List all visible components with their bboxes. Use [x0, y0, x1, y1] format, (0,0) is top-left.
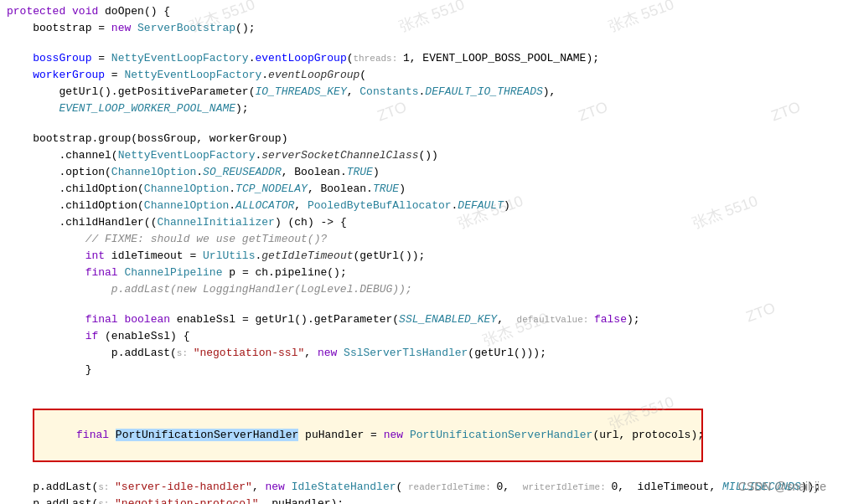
- code-line-3: bossGroup = NettyEventLoopFactory.eventL…: [7, 50, 836, 67]
- code-line-19: p.addLast(s: "negotiation-ssl", new SslS…: [7, 345, 836, 362]
- code-line-8: .channel(NettyEventLoopFactory.serverSoc…: [7, 147, 836, 164]
- code-line-9: .option(ChannelOption.SO_REUSEADDR, Bool…: [7, 164, 836, 181]
- code-container: 张杰 5510 张杰 5510 张杰 5510 ZTO ZTO ZTO 张杰 5…: [0, 0, 843, 504]
- code-line-15: final ChannelPipeline p = ch.pipeline();: [7, 265, 836, 281]
- code-line-21: final PortUnificationServerHandler puHan…: [7, 392, 836, 479]
- code-line-13: // FIXME: should we use getTimeout()?: [7, 231, 836, 248]
- code-line-10: .childOption(ChannelOption.TCP_NODELAY, …: [7, 181, 836, 198]
- code-line-6: EVENT_LOOP_WORKER_POOL_NAME);: [7, 100, 836, 117]
- csdn-badge: CSDN @snail-jie: [738, 478, 826, 496]
- code-line-1: protected void doOpen() {: [7, 3, 836, 20]
- code-line-14: int idleTimeout = UrlUtils.getIdleTimeou…: [7, 248, 836, 265]
- code-line-5: getUrl().getPositiveParameter(IO_THREADS…: [7, 84, 836, 100]
- code-line-12: .childHandler((ChannelInitializer) (ch) …: [7, 214, 836, 231]
- code-line-23: p.addLast(s: "negotiation-protocol", puH…: [7, 496, 836, 504]
- code-line-17: final boolean enableSsl = getUrl().getPa…: [7, 311, 836, 328]
- code-line-11: .childOption(ChannelOption.ALLOCATOR, Po…: [7, 198, 836, 214]
- code-line-20: }: [7, 362, 836, 378]
- code-line-22: p.addLast(s: "server-idle-handler", new …: [7, 479, 836, 496]
- code-line-16: p.addLast(new LoggingHandler(LogLevel.DE…: [7, 281, 836, 298]
- code-line-18: if (enableSsl) {: [7, 328, 836, 345]
- code-line-7: bootstrap.group(bossGroup, workerGroup): [7, 131, 836, 147]
- code-line-2: bootstrap = new ServerBootstrap();: [7, 20, 836, 37]
- code-line-4: workerGroup = NettyEventLoopFactory.even…: [7, 67, 836, 84]
